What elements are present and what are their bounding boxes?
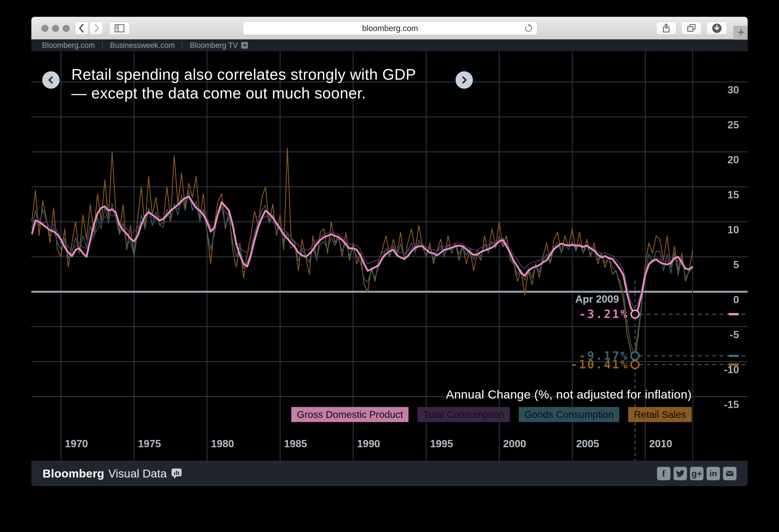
x-axis-tick-label: 1980 <box>211 438 234 450</box>
callout-value-label: -10.41% <box>571 358 629 371</box>
slide-title-line1: Retail spending also correlates strongly… <box>71 65 416 84</box>
browser-toolbar: bloomberg.com <box>31 17 748 40</box>
chart-overlay: Retail spending also correlates strongly… <box>31 51 748 461</box>
y-axis-tick-label: 10 <box>727 224 739 236</box>
legend-item-retail-sales[interactable]: Retail Sales <box>628 407 692 422</box>
slide-title: Retail spending also correlates strongly… <box>71 65 416 103</box>
legend-item-goods-consumption[interactable]: Goods Consumption <box>519 407 619 422</box>
y-axis-tick-label: 0 <box>733 294 739 306</box>
slide-title-line2: — except the data come out much sooner. <box>71 84 416 103</box>
address-bar[interactable]: bloomberg.com <box>243 21 537 35</box>
annotation-date-label: Apr 2009 <box>575 293 619 305</box>
email-share-button[interactable] <box>723 467 736 480</box>
share-button[interactable] <box>656 22 676 35</box>
plus-box-icon[interactable]: + <box>241 42 248 49</box>
tabs-icon <box>686 23 697 34</box>
minimize-window-button[interactable] <box>52 25 59 32</box>
y-axis-tick-label: 25 <box>727 119 739 131</box>
y-axis-tick-label: -10 <box>724 364 739 376</box>
sidebar-icon <box>113 23 126 34</box>
previous-slide-button[interactable] <box>42 71 60 89</box>
divider <box>182 42 182 49</box>
brand-bold: Bloomberg <box>43 467 104 480</box>
downloads-button[interactable] <box>707 22 727 35</box>
share-icon <box>661 23 672 34</box>
site-nav: Bloomberg.com Businessweek.com Bloomberg… <box>31 40 748 51</box>
x-axis-tick-label: 1990 <box>357 438 380 450</box>
site-nav-bloomberg-tv[interactable]: Bloomberg TV <box>190 41 238 50</box>
chevron-left-icon <box>75 22 88 35</box>
x-axis-tick-label: 1995 <box>430 438 453 450</box>
linkedin-share-button[interactable]: in <box>707 467 720 480</box>
tab-overview-button[interactable] <box>681 22 702 35</box>
y-axis-tick-label: -5 <box>730 329 739 341</box>
reload-icon <box>524 24 533 33</box>
y-axis-tick-label: 15 <box>727 189 739 201</box>
chevron-left-icon <box>46 75 56 85</box>
back-button[interactable] <box>75 22 88 35</box>
chart-bubble-icon <box>171 467 182 480</box>
x-axis-tick-label: 1985 <box>284 438 307 450</box>
twitter-share-button[interactable] <box>673 467 687 480</box>
axis-units-label: Annual Change (%, not adjusted for infla… <box>446 388 692 401</box>
x-axis-tick-label: 1975 <box>138 438 161 450</box>
chevron-right-icon <box>460 75 469 85</box>
y-axis-tick-label: -15 <box>724 399 739 411</box>
x-axis-tick-label: 2005 <box>576 438 599 450</box>
next-slide-button[interactable] <box>456 71 473 89</box>
close-window-button[interactable] <box>42 25 48 32</box>
callout-value-label: -3.21% <box>579 308 629 321</box>
chart-area: Retail spending also correlates strongly… <box>31 51 748 461</box>
brand-regular: Visual Data <box>108 467 167 480</box>
x-axis-tick-label: 2010 <box>649 438 672 450</box>
googleplus-share-button[interactable]: g+ <box>690 467 704 480</box>
legend-item-total-consumption[interactable]: Total Consumption <box>417 407 510 422</box>
site-nav-businessweek[interactable]: Businessweek.com <box>110 41 175 50</box>
y-axis-tick-label: 5 <box>733 259 739 271</box>
browser-window: bloomberg.com <box>31 17 748 486</box>
footer-bar: Bloomberg Visual Data fg+in <box>31 461 748 486</box>
social-links: fg+in <box>657 467 736 480</box>
x-axis-tick-label: 2000 <box>503 438 526 450</box>
reload-button[interactable] <box>524 24 533 34</box>
forward-button[interactable] <box>89 22 103 35</box>
bloomberg-visual-data-logo: Bloomberg Visual Data <box>43 467 182 480</box>
chart-legend: Gross Domestic ProductTotal ConsumptionG… <box>291 407 692 422</box>
x-axis-tick-label: 1970 <box>65 438 88 450</box>
chevron-right-icon <box>90 22 103 35</box>
facebook-share-button[interactable]: f <box>657 467 670 480</box>
url-text: bloomberg.com <box>362 24 418 33</box>
legend-item-gross-domestic-product[interactable]: Gross Domestic Product <box>291 407 409 422</box>
download-icon <box>711 23 722 34</box>
y-axis-tick-label: 30 <box>727 84 739 96</box>
divider <box>102 42 103 49</box>
sidebar-toggle-button[interactable] <box>109 22 130 35</box>
y-axis-tick-label: 20 <box>727 154 739 166</box>
new-tab-button[interactable]: + <box>734 26 748 40</box>
site-nav-bloomberg[interactable]: Bloomberg.com <box>42 41 95 50</box>
zoom-window-button[interactable] <box>63 25 70 32</box>
